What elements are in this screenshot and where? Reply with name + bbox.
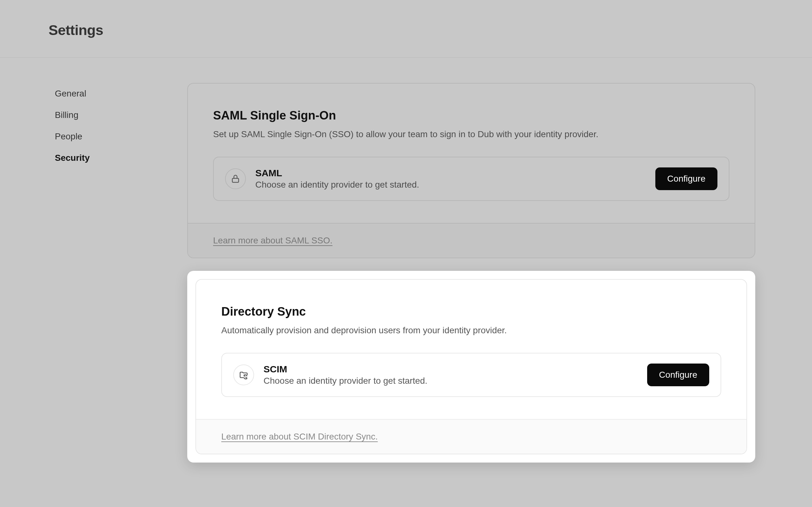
scim-row-title: SCIM bbox=[263, 364, 638, 375]
sidebar-item-label: Billing bbox=[55, 110, 78, 120]
saml-description: Set up SAML Single Sign-On (SSO) to allo… bbox=[213, 129, 730, 139]
saml-title: SAML Single Sign-On bbox=[213, 109, 730, 122]
directory-sync-panel-body: Directory Sync Automatically provision a… bbox=[196, 280, 746, 419]
saml-row-title: SAML bbox=[255, 168, 646, 178]
scim-row-sub: Choose an identity provider to get start… bbox=[263, 376, 638, 386]
settings-sidebar: General Billing People Security bbox=[49, 83, 187, 462]
lock-icon bbox=[225, 168, 246, 189]
directory-sync-title: Directory Sync bbox=[221, 305, 721, 319]
sidebar-item-billing[interactable]: Billing bbox=[49, 104, 187, 126]
folder-sync-icon bbox=[233, 364, 254, 385]
sidebar-item-label: People bbox=[55, 131, 82, 141]
saml-panel-body: SAML Single Sign-On Set up SAML Single S… bbox=[188, 83, 755, 223]
saml-configure-button[interactable]: Configure bbox=[655, 167, 717, 190]
sidebar-item-label: General bbox=[55, 89, 86, 98]
sidebar-item-general[interactable]: General bbox=[49, 83, 187, 104]
main-layout: General Billing People Security SAML Sin… bbox=[0, 58, 812, 462]
scim-configure-button[interactable]: Configure bbox=[647, 363, 709, 386]
sidebar-item-label: Security bbox=[55, 153, 90, 163]
directory-sync-panel-footer: Learn more about SCIM Directory Sync. bbox=[196, 419, 746, 454]
saml-learn-more-link[interactable]: Learn more about SAML SSO. bbox=[213, 235, 332, 245]
scim-learn-more-link[interactable]: Learn more about SCIM Directory Sync. bbox=[221, 432, 378, 441]
saml-row-sub: Choose an identity provider to get start… bbox=[255, 180, 646, 190]
scim-row: SCIM Choose an identity provider to get … bbox=[221, 353, 721, 397]
saml-row: SAML Choose an identity provider to get … bbox=[213, 157, 730, 201]
svg-rect-0 bbox=[232, 178, 239, 182]
directory-sync-description: Automatically provision and deprovision … bbox=[221, 325, 721, 335]
settings-content: SAML Single Sign-On Set up SAML Single S… bbox=[187, 83, 812, 462]
directory-sync-panel: Directory Sync Automatically provision a… bbox=[195, 279, 747, 454]
sidebar-item-security[interactable]: Security bbox=[49, 147, 187, 169]
directory-sync-highlight: Directory Sync Automatically provision a… bbox=[187, 271, 755, 462]
saml-panel-footer: Learn more about SAML SSO. bbox=[188, 223, 755, 258]
saml-row-text: SAML Choose an identity provider to get … bbox=[255, 168, 646, 190]
page-title: Settings bbox=[49, 22, 812, 39]
page-header: Settings bbox=[0, 0, 812, 58]
saml-panel: SAML Single Sign-On Set up SAML Single S… bbox=[187, 83, 755, 258]
sidebar-item-people[interactable]: People bbox=[49, 126, 187, 147]
scim-row-text: SCIM Choose an identity provider to get … bbox=[263, 364, 638, 386]
